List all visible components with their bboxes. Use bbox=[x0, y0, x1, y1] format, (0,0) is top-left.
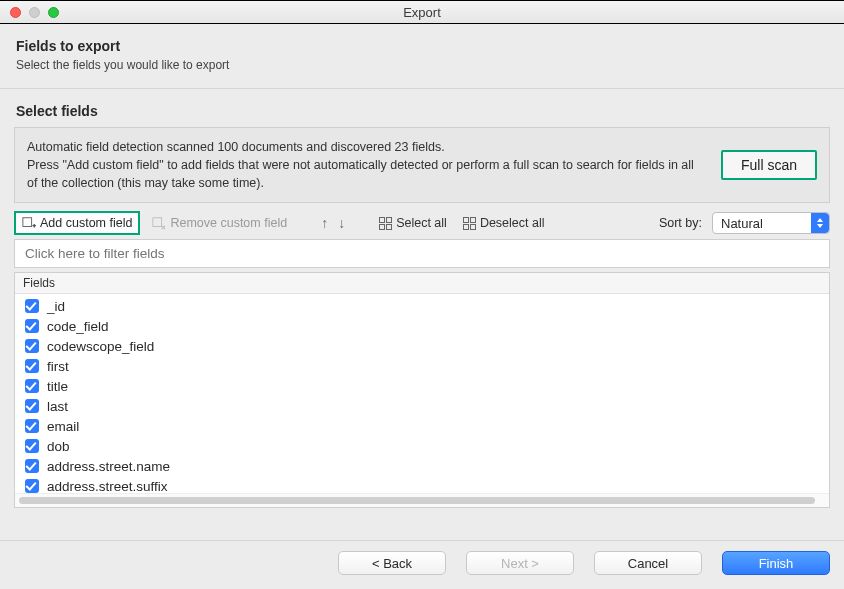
field-row[interactable]: _id bbox=[15, 296, 829, 316]
stepper-icon bbox=[811, 213, 829, 233]
checkbox-icon[interactable] bbox=[25, 479, 39, 493]
select-all-label: Select all bbox=[396, 216, 447, 230]
deselect-all-button[interactable]: Deselect all bbox=[459, 213, 549, 233]
svg-rect-1 bbox=[153, 218, 162, 227]
checkbox-icon[interactable] bbox=[25, 399, 39, 413]
field-row[interactable]: dob bbox=[15, 436, 829, 456]
field-row[interactable]: address.street.suffix bbox=[15, 476, 829, 493]
page-subtitle: Select the fields you would like to expo… bbox=[16, 58, 828, 72]
svg-rect-0 bbox=[23, 218, 32, 227]
field-name: code_field bbox=[47, 319, 109, 334]
field-name: dob bbox=[47, 439, 70, 454]
full-scan-button[interactable]: Full scan bbox=[721, 150, 817, 180]
field-name: address.street.suffix bbox=[47, 479, 168, 494]
checkbox-icon[interactable] bbox=[25, 459, 39, 473]
select-all-button[interactable]: Select all bbox=[375, 213, 451, 233]
checkbox-icon[interactable] bbox=[25, 359, 39, 373]
fields-header: Fields bbox=[15, 273, 829, 294]
fields-list[interactable]: _idcode_fieldcodewscope_fieldfirsttitlel… bbox=[15, 294, 829, 493]
add-custom-field-button[interactable]: Add custom field bbox=[14, 211, 140, 235]
field-name: first bbox=[47, 359, 69, 374]
page-header: Fields to export Select the fields you w… bbox=[0, 24, 844, 76]
fields-panel: Fields _idcode_fieldcodewscope_fieldfirs… bbox=[14, 272, 830, 508]
checkbox-icon[interactable] bbox=[25, 339, 39, 353]
field-row[interactable]: code_field bbox=[15, 316, 829, 336]
deselect-all-icon bbox=[463, 217, 476, 230]
select-all-icon bbox=[379, 217, 392, 230]
field-name: title bbox=[47, 379, 68, 394]
reorder-controls: ↑ ↓ bbox=[317, 215, 349, 231]
sort-by-value: Natural bbox=[721, 216, 763, 231]
checkbox-icon[interactable] bbox=[25, 319, 39, 333]
info-message: Automatic field detection scanned 100 do… bbox=[27, 138, 703, 192]
field-name: _id bbox=[47, 299, 65, 314]
add-field-icon bbox=[22, 216, 36, 230]
finish-button[interactable]: Finish bbox=[722, 551, 830, 575]
info-panel: Automatic field detection scanned 100 do… bbox=[14, 127, 830, 203]
field-name: codewscope_field bbox=[47, 339, 154, 354]
remove-custom-field-button: Remove custom field bbox=[148, 213, 291, 233]
filter-box bbox=[14, 239, 830, 268]
field-row[interactable]: email bbox=[15, 416, 829, 436]
section-title: Select fields bbox=[0, 89, 844, 127]
deselect-all-label: Deselect all bbox=[480, 216, 545, 230]
page-title: Fields to export bbox=[16, 38, 828, 54]
field-name: address.street.name bbox=[47, 459, 170, 474]
horizontal-scrollbar[interactable] bbox=[15, 493, 829, 507]
next-button: Next > bbox=[466, 551, 574, 575]
field-row[interactable]: codewscope_field bbox=[15, 336, 829, 356]
remove-field-icon bbox=[152, 216, 166, 230]
window-title: Export bbox=[0, 5, 844, 20]
field-row[interactable]: address.street.name bbox=[15, 456, 829, 476]
checkbox-icon[interactable] bbox=[25, 299, 39, 313]
filter-input[interactable] bbox=[15, 240, 829, 267]
cancel-button[interactable]: Cancel bbox=[594, 551, 702, 575]
add-custom-field-label: Add custom field bbox=[40, 216, 132, 230]
field-name: last bbox=[47, 399, 68, 414]
checkbox-icon[interactable] bbox=[25, 439, 39, 453]
checkbox-icon[interactable] bbox=[25, 419, 39, 433]
move-down-icon[interactable]: ↓ bbox=[338, 215, 345, 231]
wizard-footer: < Back Next > Cancel Finish bbox=[0, 540, 844, 589]
field-row[interactable]: first bbox=[15, 356, 829, 376]
toolbar: Add custom field Remove custom field ↑ ↓… bbox=[14, 211, 830, 235]
titlebar: Export bbox=[0, 0, 844, 24]
field-name: email bbox=[47, 419, 79, 434]
checkbox-icon[interactable] bbox=[25, 379, 39, 393]
field-row[interactable]: title bbox=[15, 376, 829, 396]
sort-by-label: Sort by: bbox=[659, 216, 702, 230]
sort-by-select[interactable]: Natural bbox=[712, 212, 830, 234]
remove-custom-field-label: Remove custom field bbox=[170, 216, 287, 230]
back-button[interactable]: < Back bbox=[338, 551, 446, 575]
field-row[interactable]: last bbox=[15, 396, 829, 416]
move-up-icon[interactable]: ↑ bbox=[321, 215, 328, 231]
